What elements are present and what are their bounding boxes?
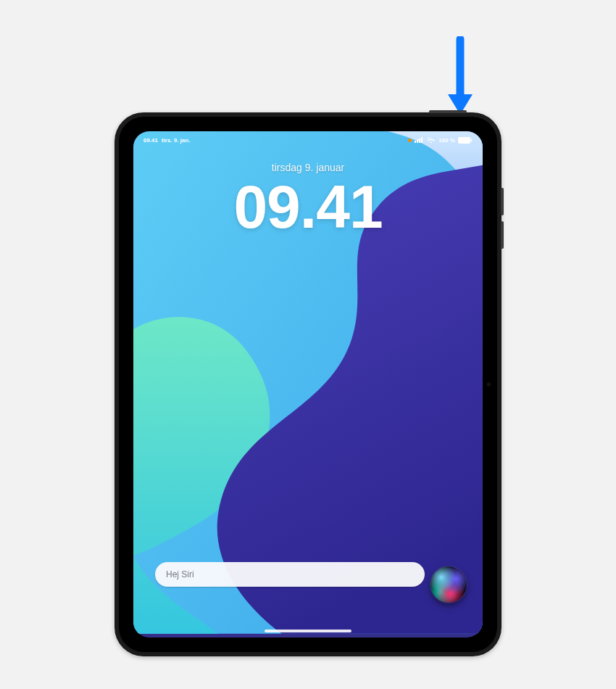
wifi-icon xyxy=(427,137,436,144)
svg-rect-3 xyxy=(415,141,416,143)
volume-down-button[interactable] xyxy=(501,221,504,249)
status-bar: 09.41 tirs. 9. jan. 100 % xyxy=(133,131,483,146)
siri-text-input[interactable]: Hej Siri xyxy=(155,562,425,587)
lock-screen[interactable]: 09.41 tirs. 9. jan. 100 % xyxy=(133,131,483,638)
svg-rect-8 xyxy=(471,139,473,141)
siri-orb-icon[interactable] xyxy=(430,566,467,603)
lock-screen-clock: 09.41 xyxy=(133,172,483,242)
siri-placeholder: Hej Siri xyxy=(166,569,194,579)
device-bezel: 09.41 tirs. 9. jan. 100 % xyxy=(119,117,497,652)
front-camera xyxy=(487,383,491,387)
svg-rect-4 xyxy=(417,140,418,144)
status-date-short: tirs. 9. jan. xyxy=(162,137,191,144)
svg-rect-7 xyxy=(458,137,470,144)
status-right: 100 % xyxy=(408,137,473,144)
top-button[interactable] xyxy=(429,110,467,113)
volume-up-button[interactable] xyxy=(501,188,504,215)
arrow-down-blue-icon xyxy=(446,36,475,116)
battery-percent: 100 % xyxy=(438,137,455,144)
status-time: 09.41 xyxy=(143,137,158,144)
ipad-device-frame: 09.41 tirs. 9. jan. 100 % xyxy=(115,112,501,656)
home-indicator[interactable] xyxy=(265,630,351,632)
svg-rect-6 xyxy=(421,138,423,144)
battery-full-icon xyxy=(458,137,473,144)
status-left: 09.41 tirs. 9. jan. xyxy=(143,137,191,144)
cellular-bars-icon xyxy=(415,137,424,143)
svg-rect-5 xyxy=(419,139,420,143)
mic-use-indicator-icon xyxy=(408,139,412,142)
